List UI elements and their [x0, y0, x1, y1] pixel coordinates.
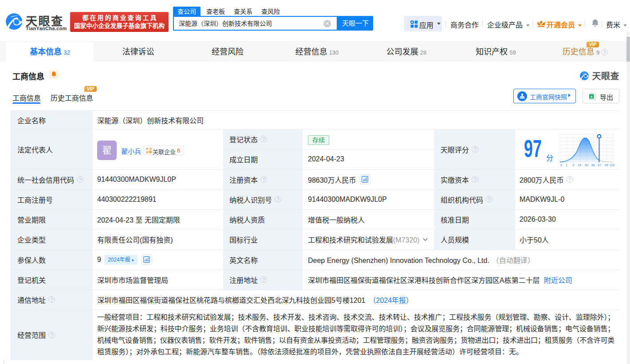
svg-text:3: 3 — [572, 164, 574, 167]
svg-text:15: 15 — [578, 164, 581, 167]
svg-text:企: 企 — [149, 150, 152, 153]
svg-text:99: 99 — [605, 164, 608, 167]
svg-text:85: 85 — [591, 164, 595, 167]
svg-text:0: 0 — [560, 164, 562, 167]
svg-text:100: 100 — [610, 164, 615, 167]
svg-text:X: X — [591, 95, 593, 99]
svg-text:97: 97 — [598, 164, 601, 167]
svg-text:1: 1 — [566, 164, 567, 167]
svg-text:50: 50 — [585, 164, 588, 167]
